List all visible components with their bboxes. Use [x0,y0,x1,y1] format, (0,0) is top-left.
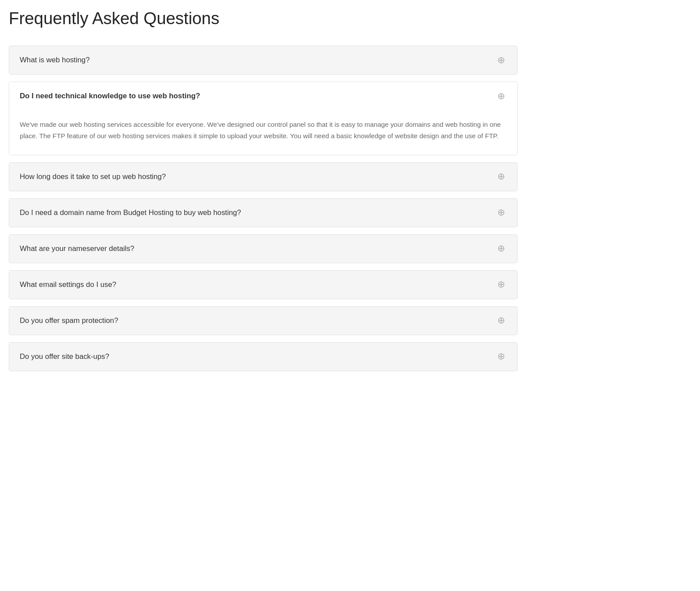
faq-toggle-icon: ⊕ [496,244,507,254]
faq-item: What is web hosting?⊕ [9,46,518,75]
faq-question-text: What are your nameserver details? [20,244,134,253]
faq-question-row[interactable]: Do I need technical knowledge to use web… [9,82,517,110]
faq-question-row[interactable]: Do I need a domain name from Budget Host… [9,199,517,227]
faq-item: Do I need technical knowledge to use web… [9,82,518,155]
faq-question-row[interactable]: What email settings do I use?⊕ [9,271,517,299]
faq-question-text: What is web hosting? [20,56,90,64]
faq-question-row[interactable]: What are your nameserver details?⊕ [9,235,517,263]
faq-toggle-icon: ⊕ [496,208,507,218]
faq-question-text: How long does it take to set up web host… [20,172,166,181]
faq-item: Do I need a domain name from Budget Host… [9,198,518,227]
faq-question-row[interactable]: What is web hosting?⊕ [9,46,517,74]
faq-question-text: Do I need a domain name from Budget Host… [20,208,241,217]
page-title: Frequently Asked Questions [9,9,518,32]
faq-question-row[interactable]: Do you offer spam protection?⊕ [9,307,517,335]
faq-item: What email settings do I use?⊕ [9,270,518,299]
faq-toggle-icon: ⊕ [496,279,507,290]
faq-item: What are your nameserver details?⊕ [9,234,518,263]
faq-item: How long does it take to set up web host… [9,162,518,191]
faq-question-text: Do you offer site back-ups? [20,352,109,361]
faq-question-text: What email settings do I use? [20,280,116,289]
faq-toggle-icon: ⊕ [496,172,507,182]
faq-question-text: Do you offer spam protection? [20,316,118,325]
faq-toggle-icon: ⊕ [496,91,507,101]
faq-list: What is web hosting?⊕Do I need technical… [9,46,518,371]
faq-answer: We've made our web hosting services acce… [9,110,517,155]
faq-toggle-icon: ⊕ [496,315,507,326]
faq-answer-text: We've made our web hosting services acce… [20,119,507,142]
faq-question-row[interactable]: How long does it take to set up web host… [9,163,517,191]
faq-toggle-icon: ⊕ [496,351,507,362]
faq-question-row[interactable]: Do you offer site back-ups?⊕ [9,343,517,371]
faq-toggle-icon: ⊕ [496,55,507,65]
faq-item: Do you offer site back-ups?⊕ [9,342,518,371]
faq-question-text: Do I need technical knowledge to use web… [20,92,200,100]
faq-item: Do you offer spam protection?⊕ [9,306,518,335]
